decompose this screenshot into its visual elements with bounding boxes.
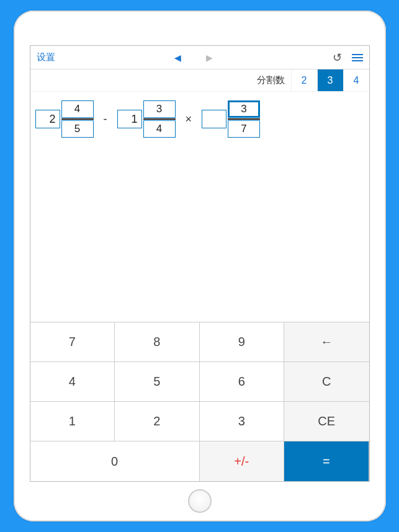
history-nav: ◀ ▶ [55,53,333,63]
denominator-input-1[interactable]: 5 [61,120,94,138]
menu-icon[interactable] [352,54,363,61]
expression-row: 2 4 5 - 1 3 4 × [35,100,364,138]
whole-input-2[interactable]: 1 [117,110,142,128]
operator-1[interactable]: - [100,113,111,126]
prev-arrow-icon[interactable]: ◀ [174,53,181,63]
fraction-bar [228,118,260,120]
tablet-frame: 设置 ◀ ▶ ↺ 分割数 2 3 4 2 4 [14,11,386,521]
split-option-2[interactable]: 2 [291,69,317,91]
key-4[interactable]: 4 [30,362,115,402]
key-5[interactable]: 5 [115,362,200,402]
settings-link[interactable]: 设置 [37,51,55,63]
denominator-input-3[interactable]: 7 [228,120,260,138]
topbar: 设置 ◀ ▶ ↺ [30,46,369,69]
numerator-input-3[interactable]: 3 [228,100,260,118]
key-0[interactable]: 0 [30,441,200,481]
whole-input-1[interactable]: 2 [35,110,60,128]
app-screen: 设置 ◀ ▶ ↺ 分割数 2 3 4 2 4 [30,45,370,482]
keypad: 7 8 9 ← 4 5 6 C 1 2 3 CE 0 +/- = [30,322,369,481]
denominator-input-2[interactable]: 4 [143,120,176,138]
split-option-3[interactable]: 3 [317,69,343,91]
home-button[interactable] [188,489,212,513]
fraction-term-3: 3 7 [202,100,260,138]
key-9[interactable]: 9 [200,322,285,362]
split-option-4[interactable]: 4 [343,69,369,91]
numerator-input-2[interactable]: 3 [143,100,176,118]
numerator-input-1[interactable]: 4 [61,100,94,118]
key-1[interactable]: 1 [30,402,115,441]
fraction-term-2: 1 3 4 [117,100,176,138]
key-clear-entry[interactable]: CE [284,402,369,441]
split-count-label: 分割数 [251,69,291,91]
key-3[interactable]: 3 [200,402,285,441]
key-backspace[interactable]: ← [284,322,369,362]
fraction-term-1: 2 4 5 [35,100,94,138]
key-7[interactable]: 7 [30,322,115,362]
key-clear[interactable]: C [284,362,369,402]
key-2[interactable]: 2 [115,402,200,441]
fraction-bar [61,118,94,120]
split-count-row: 分割数 2 3 4 [30,69,369,92]
expression-area: 2 4 5 - 1 3 4 × [30,92,369,322]
fraction-bar [143,118,176,120]
key-equals[interactable]: = [284,441,369,481]
key-8[interactable]: 8 [115,322,200,362]
undo-icon[interactable]: ↺ [333,51,342,64]
whole-input-3[interactable] [202,110,226,128]
next-arrow-icon[interactable]: ▶ [206,53,213,63]
key-plus-minus[interactable]: +/- [200,441,285,481]
key-6[interactable]: 6 [200,362,285,402]
operator-2[interactable]: × [182,113,196,126]
